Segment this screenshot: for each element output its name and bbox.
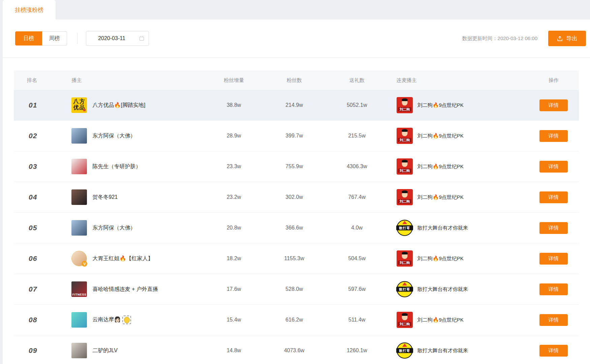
export-icon: [557, 35, 563, 42]
daily-rank-button[interactable]: 日榜: [15, 31, 42, 46]
update-time-value: 2020-03-12 06:00: [498, 35, 537, 41]
detail-button[interactable]: 详情: [539, 283, 568, 295]
detail-button[interactable]: 详情: [539, 222, 568, 234]
avatar-name-band: 刘二狗: [398, 322, 411, 326]
avatar-name-band: 刘二狗: [398, 261, 411, 265]
broadcaster-name: 二驴的JLV: [92, 347, 117, 353]
update-time-label: 数据更新时间：: [462, 35, 498, 41]
gifts-value: 511.4w: [324, 317, 390, 323]
crown-icon: [402, 221, 407, 224]
sunglasses-icon: [402, 314, 407, 316]
cohost-name: 刘二狗🔥9点世纪PK: [417, 194, 464, 201]
placeholder-emoji: [122, 315, 131, 324]
fans-gain-value: 17.6w: [204, 286, 264, 292]
broadcaster-name: 云南达摩👩🏻: [92, 316, 121, 322]
broadcaster-name: 东方阿保（大佛）: [92, 133, 135, 139]
gifts-value: 5052.1w: [324, 102, 390, 108]
table-row: 07 FITNESS 喜哈哈情感连麦 + 户外直播 17.6w 528.0w 5…: [14, 274, 579, 305]
sunglasses-icon: [402, 130, 407, 132]
export-label: 导出: [566, 35, 578, 42]
rank-number: 05: [29, 224, 37, 232]
controls-right: 数据更新时间：2020-03-12 06:00 导出: [462, 31, 586, 46]
cohost-name: 散打大舞台有才你就来: [417, 286, 468, 293]
sunglasses-icon: [402, 253, 407, 254]
rank-number: 01: [29, 101, 37, 109]
fans-total-value: 1155.3w: [264, 255, 324, 262]
cohost-name: 刘二狗🔥9点世纪PK: [417, 317, 464, 323]
fans-gain-value: 18.2w: [204, 255, 264, 262]
fans-total-value: 366.6w: [264, 225, 324, 231]
main-panel: 日榜 周榜 2020-03-11 数据更新时间：2020-03-12 06:00: [3, 20, 590, 364]
gifts-value: 504.5w: [324, 255, 390, 262]
detail-button[interactable]: 详情: [539, 161, 568, 173]
data-update-time: 数据更新时间：2020-03-12 06:00: [462, 35, 537, 42]
detail-button[interactable]: 详情: [539, 253, 568, 265]
detail-button[interactable]: 详情: [539, 191, 568, 203]
broadcaster-name: 喜哈哈情感连麦 + 户外直播: [92, 286, 158, 292]
detail-button[interactable]: 详情: [539, 314, 568, 326]
fans-total-value: 399.7w: [264, 133, 324, 139]
sunglasses-icon: [402, 191, 407, 193]
table-row: 01 八方优品 八方优品🔥[脚踏实地] 38.8w 214.9w 5052.1w…: [14, 90, 579, 121]
fans-gain-value: 38.8w: [204, 102, 264, 108]
cohost-avatar-liuergou: 刘二狗: [397, 97, 413, 113]
sunglasses-icon: [402, 99, 407, 101]
broadcaster-avatar: [71, 189, 87, 205]
date-picker[interactable]: 2020-03-11: [86, 31, 149, 46]
avatar-name-band: 散打哥: [396, 348, 413, 353]
broadcaster-name: 贺冬冬921: [92, 194, 118, 200]
avatar-caption: FITNESS: [71, 293, 87, 296]
broadcaster-avatar: FITNESS: [71, 281, 87, 297]
broadcaster-avatar: [71, 159, 87, 174]
table-row: 09 二驴的JLV 14.8w 4073.6w 1260.1w 散打哥 散打大舞…: [14, 335, 579, 364]
fans-total-value: 302.0w: [264, 194, 324, 200]
emoji-glyph: [124, 317, 130, 323]
weekly-rank-button[interactable]: 周榜: [42, 31, 67, 46]
broadcaster-avatar: [71, 220, 87, 236]
export-button[interactable]: 导出: [548, 31, 586, 46]
col-header-fans-gain: 粉丝增量: [204, 77, 264, 84]
fans-total-value: 214.9w: [264, 102, 324, 108]
broadcaster-name: 大胃王红姐🔥【红家人】: [92, 255, 153, 261]
fans-total-value: 4073.6w: [264, 347, 324, 354]
col-header-broadcaster: 播主: [63, 77, 204, 84]
fans-total-value: 616.2w: [264, 317, 324, 323]
calendar-icon[interactable]: [139, 36, 145, 41]
rank-number: 09: [29, 346, 37, 354]
avatar-name-band: 刘二狗: [398, 199, 411, 204]
rank-number: 03: [29, 162, 37, 170]
rank-number: 08: [29, 316, 37, 324]
date-value: 2020-03-11: [98, 35, 125, 41]
fans-gain-value: 20.8w: [204, 225, 264, 231]
top-tab-bar: 挂榜涨粉榜: [0, 0, 590, 20]
tab-fan-growth-ranking[interactable]: 挂榜涨粉榜: [3, 0, 56, 20]
rank-number: 02: [29, 132, 37, 140]
ranking-table: 排名 播主 粉丝增量 粉丝数 送礼数 连麦播主 操作 01 八方优品 八方优品🔥…: [14, 70, 579, 364]
rank-number: 07: [29, 285, 37, 293]
cohost-name: 散打大舞台有才你就来: [417, 347, 468, 354]
avatar-name-band: 散打哥: [396, 225, 413, 231]
detail-button[interactable]: 详情: [539, 99, 568, 111]
table-body: 01 八方优品 八方优品🔥[脚踏实地] 38.8w 214.9w 5052.1w…: [14, 90, 579, 364]
table-row: 04 贺冬冬921 23.2w 302.0w 767.4w 刘二狗 刘二狗🔥9点…: [14, 182, 579, 213]
detail-button[interactable]: 详情: [539, 130, 568, 142]
rank-number: 06: [29, 254, 37, 262]
table-row: 02 东方阿保（大佛） 28.9w 399.7w 215.5w 刘二狗 刘二狗🔥…: [14, 121, 579, 151]
gifts-value: 4.0w: [324, 225, 390, 231]
broadcaster-avatar: [71, 128, 87, 144]
fans-gain-value: 23.3w: [204, 163, 264, 170]
table-header: 排名 播主 粉丝增量 粉丝数 送礼数 连麦播主 操作: [14, 70, 579, 90]
table-row: 03 陈先生（专研护肤） 23.3w 755.9w 4306.3w 刘二狗 刘二…: [14, 151, 579, 182]
fans-gain-value: 14.8w: [204, 347, 264, 354]
table-row: 08 云南达摩👩🏻 15.4w 616.2w 511.4w 刘二狗 刘二狗🔥9点: [14, 305, 579, 335]
sunglasses-icon: [402, 161, 407, 162]
cohost-avatar-sanda: 散打哥: [397, 220, 413, 236]
gifts-value: 1260.1w: [324, 347, 390, 354]
rank-number: 04: [29, 193, 37, 201]
fans-total-value: 528.0w: [264, 286, 324, 292]
broadcaster-avatar: 八方优品: [71, 97, 87, 113]
fans-gain-value: 23.2w: [204, 194, 264, 200]
avatar-name-band: 刘二狗: [398, 107, 411, 112]
verified-badge: V: [82, 261, 87, 267]
detail-button[interactable]: 详情: [539, 345, 568, 357]
